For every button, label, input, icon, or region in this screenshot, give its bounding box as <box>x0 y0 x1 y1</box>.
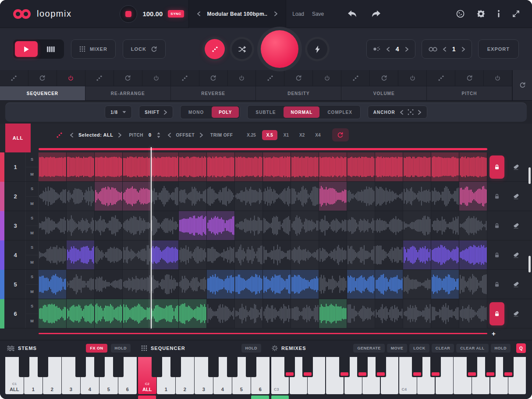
step-cell[interactable] <box>403 152 431 181</box>
track-lock-button[interactable] <box>489 273 504 296</box>
step-cell[interactable] <box>151 211 179 240</box>
complexity-complex[interactable]: COMPLEX <box>320 106 359 118</box>
speed-x-25[interactable]: X.25 <box>242 130 260 140</box>
tab-volume[interactable]: VOLUME <box>341 86 427 100</box>
sequencer-black-key[interactable] <box>208 357 219 377</box>
mute-button[interactable]: M <box>26 167 38 182</box>
tab-reverse[interactable]: REVERSE <box>171 86 256 100</box>
step-cell[interactable] <box>67 182 95 211</box>
track-lock-button[interactable] <box>489 185 504 208</box>
fx-refresh-icon[interactable] <box>370 70 398 86</box>
tab-pitch[interactable]: PITCH <box>427 86 512 100</box>
cycle-increase-icon[interactable] <box>462 47 465 52</box>
step-cell[interactable] <box>123 270 151 299</box>
stems-black-key[interactable] <box>75 357 86 377</box>
fx-refresh-icon[interactable] <box>28 70 57 86</box>
step-cell[interactable] <box>151 182 179 211</box>
complexity-subtle[interactable]: SUBTLE <box>248 106 283 118</box>
fx-power-icon[interactable] <box>398 70 427 86</box>
remix-black-key[interactable] <box>284 357 295 377</box>
trim-toggle[interactable]: TRIM OFF <box>210 133 233 138</box>
mute-button[interactable]: M <box>26 197 38 211</box>
remix-lock-button[interactable]: LOCK <box>409 344 429 353</box>
step-cell[interactable] <box>403 240 431 269</box>
sync-badge[interactable]: SYNC <box>168 10 184 18</box>
step-cell[interactable] <box>459 240 487 269</box>
anchor-next-icon[interactable] <box>418 110 422 115</box>
lock-button[interactable]: LOCK <box>123 39 166 59</box>
step-cell[interactable] <box>375 299 403 328</box>
track-erase-button[interactable] <box>507 182 525 211</box>
step-cell[interactable] <box>291 182 319 211</box>
step-cell[interactable] <box>39 152 67 181</box>
stems-black-key[interactable] <box>94 357 105 377</box>
step-cell[interactable] <box>319 211 347 240</box>
step-cell[interactable] <box>431 211 459 240</box>
shift-next-icon[interactable] <box>164 110 167 115</box>
cycle-value[interactable]: 1 <box>451 46 457 53</box>
step-cell[interactable] <box>459 182 487 211</box>
retrigger-button[interactable] <box>332 128 349 141</box>
remix-black-key[interactable] <box>376 357 386 377</box>
export-button[interactable]: EXPORT <box>478 39 519 59</box>
fx-power-icon[interactable] <box>142 70 171 86</box>
step-cell[interactable] <box>67 152 95 181</box>
preset-name[interactable]: Modular Beat 100bpm.. <box>207 11 268 17</box>
speed-x1[interactable]: X1 <box>279 130 293 140</box>
track-erase-button[interactable] <box>507 270 525 299</box>
tab-re-arrange[interactable]: RE-ARRANGE <box>85 86 171 100</box>
fx-power-icon[interactable] <box>228 70 256 86</box>
step-cell[interactable] <box>39 182 67 211</box>
solo-button[interactable]: S <box>26 182 38 197</box>
fx-refresh-icon[interactable] <box>199 70 228 86</box>
step-cell[interactable] <box>207 152 235 181</box>
mixer-button[interactable]: MIXER <box>71 39 116 59</box>
step-cell[interactable] <box>347 299 375 328</box>
step-cell[interactable] <box>319 270 347 299</box>
step-cell[interactable] <box>263 211 291 240</box>
stems-hold-button[interactable]: HOLD <box>111 344 131 353</box>
fx-power-icon[interactable] <box>484 70 512 86</box>
step-cell[interactable] <box>403 299 431 328</box>
sequencer-black-key[interactable] <box>170 357 181 377</box>
stems-black-key[interactable] <box>113 357 124 377</box>
step-cell[interactable] <box>95 182 123 211</box>
speed-x2[interactable]: X2 <box>295 130 309 140</box>
remix-hold-button[interactable]: HOLD <box>491 344 511 353</box>
step-cell[interactable] <box>431 152 459 181</box>
step-cell[interactable] <box>235 152 263 181</box>
step-cell[interactable] <box>39 211 67 240</box>
selected-next-icon[interactable] <box>118 133 122 138</box>
solo-button[interactable]: S <box>26 240 38 255</box>
track-erase-button[interactable] <box>507 211 525 240</box>
complexity-normal[interactable]: NORMAL <box>284 106 319 118</box>
gear-icon[interactable] <box>477 10 485 18</box>
length-value[interactable]: 4 <box>394 46 401 53</box>
scroll-indicator[interactable] <box>528 256 531 272</box>
remix-black-key[interactable] <box>302 357 313 377</box>
length-increase-icon[interactable] <box>405 47 409 52</box>
sequencer-black-key[interactable] <box>246 357 256 377</box>
remix-generate-button[interactable]: GENERATE <box>353 344 384 353</box>
speed-x-5[interactable]: X.5 <box>262 130 277 140</box>
sequencer-hold-button[interactable]: HOLD <box>241 344 262 353</box>
remix-clear-button[interactable]: CLEAR <box>432 344 454 353</box>
track-lock-button[interactable] <box>489 214 504 237</box>
tab-sequencer[interactable]: SEQUENCER <box>0 86 85 100</box>
redo-button[interactable] <box>372 10 381 18</box>
step-cell[interactable] <box>235 182 263 211</box>
step-cell[interactable] <box>403 211 431 240</box>
step-cell[interactable] <box>123 240 151 269</box>
step-cell[interactable] <box>347 211 375 240</box>
fx-refresh-icon[interactable] <box>284 70 313 86</box>
shuffle-button[interactable] <box>232 39 252 59</box>
step-cell[interactable] <box>95 240 123 269</box>
step-cell[interactable] <box>67 211 95 240</box>
solo-button[interactable]: S <box>26 211 38 226</box>
solo-button[interactable]: S <box>26 152 38 167</box>
step-cell[interactable] <box>431 182 459 211</box>
fx-dice-icon[interactable] <box>341 70 370 86</box>
step-cell[interactable] <box>207 270 235 299</box>
step-cell[interactable] <box>179 299 207 328</box>
fx-refresh-all-button[interactable] <box>512 70 532 100</box>
